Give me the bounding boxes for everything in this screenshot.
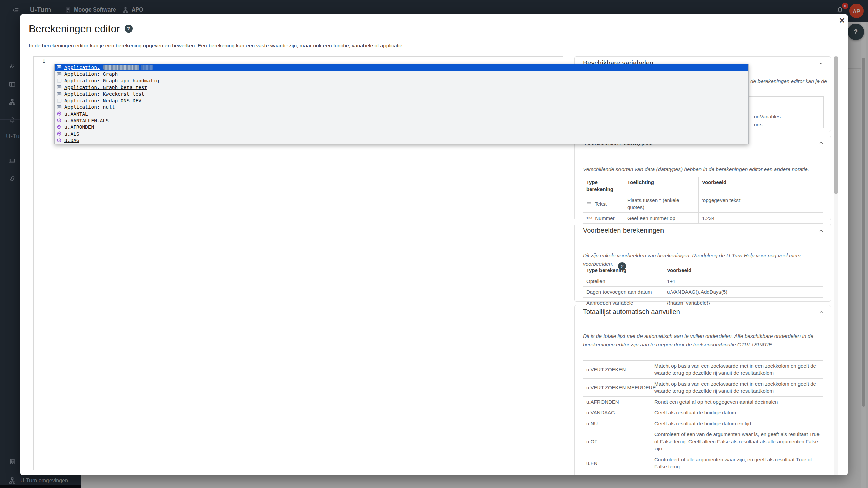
number-icon: 123	[586, 215, 592, 222]
cube-icon	[57, 111, 62, 116]
autocomplete-item[interactable]: Application: Kweekerst test	[55, 90, 748, 97]
autocomplete-item[interactable]: u.AANTALLEN.ALS	[55, 117, 748, 124]
table-row: u.VERT.ZOEKEN.MEERDEREMatcht op basis va…	[583, 378, 823, 396]
autocomplete-item[interactable]: Application: Nedap ONS DEV	[55, 97, 748, 104]
autocomplete-item[interactable]: Application: Graph api handmatig	[55, 77, 748, 84]
table-row: 123Nummer Geef een nummer op 1.234	[583, 212, 823, 223]
table-header-row: Type berekening Voorbeeld	[583, 265, 823, 276]
chevron-up-icon[interactable]	[818, 61, 824, 68]
cube-icon	[57, 131, 62, 136]
text-icon	[586, 201, 592, 207]
autocomplete-item[interactable]: u.ALS	[55, 130, 748, 137]
application-icon	[57, 65, 62, 70]
panel-voorbeelden-datatypes: Voorbeelden datatypes Verschillende soor…	[574, 136, 831, 220]
panel-voorbeelden-berekeningen: Voorbeelden berekeningen Dit zijn enkele…	[574, 224, 831, 302]
modal-scrollbar-thumb[interactable]	[834, 56, 838, 194]
chevron-up-icon[interactable]	[818, 228, 824, 235]
table-row: Dagen toevoegen aan datum u.VANDAAG().Ad…	[583, 286, 823, 297]
application-icon	[57, 78, 62, 83]
table-row: u.ISLEEGControleert of de waarde leeg is…	[583, 472, 823, 475]
close-icon[interactable]: ✕	[836, 15, 848, 26]
panel-description-fragment: de berekeningen editor kan je de	[750, 77, 827, 85]
autocomplete-item[interactable]: u.AANTAL	[55, 110, 748, 117]
page-title: Berekeningen editor?	[29, 23, 133, 35]
panel-title: Voorbeelden berekeningen	[583, 227, 664, 235]
application-icon	[57, 85, 62, 90]
line-number: 1	[42, 58, 45, 64]
redacted-text	[103, 65, 139, 70]
application-icon	[57, 92, 62, 97]
panel-description: Verschillende soorten van data (datatype…	[583, 165, 809, 174]
table-row: u.VANDAAGGeeft als resultaat de huidige …	[583, 407, 823, 418]
panel-title: Totaallijst automatisch aanvullen	[583, 308, 680, 316]
application-icon	[57, 105, 62, 110]
title-help-icon[interactable]: ?	[125, 25, 133, 33]
table-row: Tekst Plaats tussen '' (enkele quotes) '…	[583, 195, 823, 212]
chevron-up-icon[interactable]	[818, 140, 824, 147]
cube-icon	[57, 118, 62, 123]
editor-gutter: 1	[34, 57, 53, 470]
cube-icon	[57, 125, 62, 130]
cube-icon	[57, 138, 62, 143]
table-row: Optellen 1+1	[583, 276, 823, 286]
panel-description: Dit is de totale lijst met de automatisc…	[583, 332, 820, 349]
table-row: u.ENControleert of alle argumenten waar …	[583, 454, 823, 472]
table-row: u.AFRONDENRondt een getal af op het opge…	[583, 396, 823, 407]
application-icon	[57, 98, 62, 103]
table-row: u.NUGeeft als resultaat de huidige datum…	[583, 418, 823, 429]
berekeningen-table: Type berekening Voorbeeld Optellen 1+1 D…	[583, 265, 823, 308]
table-row: u.OFControleert of een van de argumenten…	[583, 429, 823, 454]
autocomplete-item[interactable]: Application: null	[55, 104, 748, 111]
panel-totaallijst: Totaallijst automatisch aanvullen Dit is…	[574, 305, 831, 475]
table-row: u.VERT.ZOEKENMatcht op basis van een zoe…	[583, 361, 823, 378]
totaallijst-table: u.VERT.ZOEKENMatcht op basis van een zoe…	[583, 360, 823, 475]
table-header-row: Type berekening Toelichting Voorbeeld	[583, 177, 823, 195]
autocomplete-item[interactable]: Application: Graph	[55, 71, 748, 78]
autocomplete-dropdown: Application: Application: Graph Applicat…	[54, 64, 749, 144]
screen: U-Turn Mooge Software APO 0 AP M A	[0, 0, 868, 488]
modal-intro-text: In de berekeningen editor kan je een ber…	[29, 43, 404, 49]
redacted-text	[141, 65, 153, 70]
autocomplete-item[interactable]: u.AFRONDEN	[55, 124, 748, 130]
chevron-up-icon[interactable]	[818, 309, 824, 317]
autocomplete-item[interactable]: Application:	[55, 64, 748, 71]
application-icon	[57, 72, 62, 77]
autocomplete-item[interactable]: Application: Graph beta test	[55, 84, 748, 91]
autocomplete-item[interactable]: u.DAG	[55, 137, 748, 144]
